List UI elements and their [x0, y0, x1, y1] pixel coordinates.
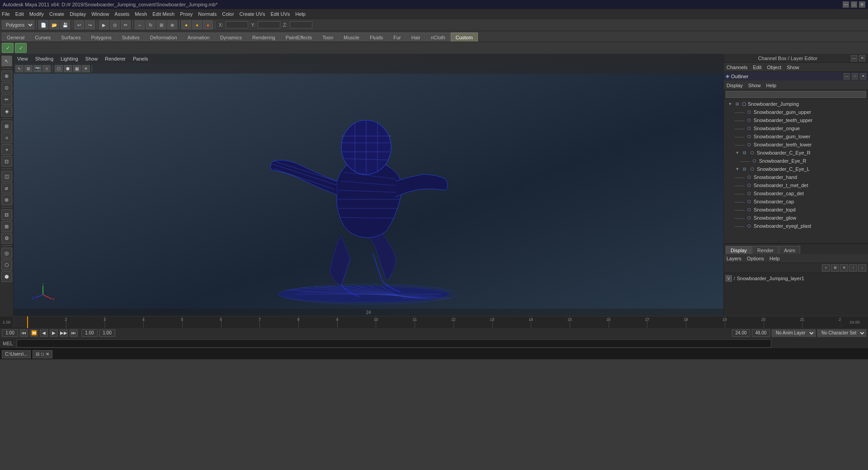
menu-mesh[interactable]: Mesh [135, 11, 147, 17]
tab-toon[interactable]: Toon [317, 33, 338, 42]
z-input[interactable] [290, 21, 312, 28]
menu-edit-uvs[interactable]: Edit UVs [270, 11, 290, 17]
anim-end-input[interactable]: 24.00 [732, 329, 750, 337]
xray-btn[interactable]: ◎ [1, 248, 12, 258]
tab-surfaces[interactable]: Surfaces [56, 33, 85, 42]
menu-proxy[interactable]: Proxy [180, 11, 193, 17]
undo-btn[interactable]: ↩ [74, 20, 84, 29]
select-tool-btn[interactable]: ▶ [99, 20, 109, 29]
vp-frame-all-btn[interactable]: ⊞ [24, 65, 33, 72]
outliner-item-15[interactable]: —— ⬡ Snowboarder_eyegl_plast [724, 222, 868, 230]
layer-visibility-btn[interactable]: V [726, 275, 732, 282]
outliner-menu-help[interactable]: Help [766, 83, 777, 88]
menu-edit[interactable]: Edit [15, 11, 24, 17]
outliner-item-3[interactable]: —— ⬡ Snowboarder_ongue [724, 124, 868, 132]
titlebar-controls[interactable]: — □ ✕ [843, 1, 865, 8]
lasso-mode-btn[interactable]: ⊙ [1, 82, 12, 93]
vp-menu-panels[interactable]: Panels [133, 56, 148, 61]
expand-icon-8[interactable]: ▼ [735, 166, 740, 172]
lasso-select-btn[interactable]: ⌀ [1, 183, 12, 193]
menu-modify[interactable]: Modify [29, 11, 44, 17]
layer-menu-help[interactable]: Help [769, 256, 780, 261]
menu-normals[interactable]: Normals [198, 11, 217, 17]
vp-select-btn[interactable]: ↖ [15, 65, 24, 72]
outliner-item-11[interactable]: —— ⬡ Snowboarder_cap_det [724, 189, 868, 197]
layer-delete-btn[interactable]: ✕ [840, 264, 848, 272]
lasso-tool-btn[interactable]: ⊙ [110, 20, 120, 29]
outliner-item-5[interactable]: —— ⬡ Snowboarder_teeth_lower [724, 141, 868, 149]
outliner-item-root[interactable]: ▼ ⊟ ⬡ Snowboarder_Jumping [724, 100, 868, 108]
show-manipulator-btn[interactable]: ⊞ [1, 121, 12, 132]
timeline-ruler[interactable]: 12345678910111213141516171819202122 [27, 316, 841, 328]
vp-menu-show[interactable]: Show [85, 56, 98, 61]
rotate-tool-btn[interactable]: ↻ [146, 20, 156, 29]
expand-icon-root[interactable]: ▼ [727, 101, 733, 107]
outliner-menu-display[interactable]: Display [726, 83, 743, 88]
menu-display[interactable]: Display [70, 11, 86, 17]
layer-new-btn[interactable]: + [822, 264, 830, 272]
taskbar-restore[interactable]: □ [41, 352, 44, 357]
editor-btn[interactable]: ⊞ [1, 221, 12, 232]
y-input[interactable] [258, 21, 280, 28]
step-back-btn[interactable]: ⏪ [30, 329, 38, 337]
menu-edit-mesh[interactable]: Edit Mesh [152, 11, 175, 17]
tab-deformation[interactable]: Deformation [145, 33, 182, 42]
x-input[interactable] [226, 21, 248, 28]
next-frame-btn[interactable]: ▶▶ [60, 329, 68, 337]
layer-btn[interactable]: ⊟ [1, 209, 12, 220]
layer-tab-display[interactable]: Display [726, 246, 752, 254]
vp-wireframe-btn[interactable]: ⬡ [55, 65, 63, 72]
outliner-item-9[interactable]: —— ⬡ Snowboarder_hand [724, 173, 868, 181]
tab-rendering[interactable]: Rendering [247, 33, 280, 42]
region-select-btn[interactable]: ◫ [1, 171, 12, 182]
outliner-item-13[interactable]: —— ⬡ Snowboarder_topd [724, 206, 868, 214]
prev-frame-btn[interactable]: ◀ [40, 329, 48, 337]
outliner-item-2[interactable]: —— ⬡ Snowboarder_teeth_upper [724, 116, 868, 124]
snap-curve-btn[interactable]: ⌖ [1, 144, 12, 155]
minimize-button[interactable]: — [843, 1, 849, 8]
outliner-item-14[interactable]: —— ⬡ Snowboarder_glow [724, 214, 868, 222]
expand-icon-6[interactable]: ▼ [735, 150, 740, 155]
snap-grid-btn[interactable]: ⌗ [1, 132, 12, 143]
light-btn-1[interactable]: ● [181, 20, 191, 29]
outliner-item-4[interactable]: —— ⬡ Snowboarder_gum_lower [724, 132, 868, 141]
tab-polygons[interactable]: Polygons [86, 33, 116, 42]
current-frame-input[interactable] [2, 329, 18, 337]
cb-menu-show[interactable]: Show [787, 65, 799, 70]
taskbar-maya-btn[interactable]: C:\Users\... [2, 350, 31, 358]
save-scene-btn[interactable]: 💾 [60, 20, 70, 29]
outliner-minimize[interactable]: — [844, 73, 850, 80]
tab-subdivs[interactable]: Subdivs [117, 33, 145, 42]
menu-color[interactable]: Color [222, 11, 234, 17]
tab-fluids[interactable]: Fluids [365, 33, 388, 42]
scale-tool-btn[interactable]: ⊞ [156, 20, 166, 29]
vp-light-btn[interactable]: ☀ [82, 65, 90, 72]
vp-texture-btn[interactable]: ▦ [73, 65, 81, 72]
tab-custom[interactable]: Custom [451, 33, 478, 42]
layer-tab-anim[interactable]: Anim [779, 246, 800, 254]
channel-box-minimize[interactable]: — [851, 55, 857, 61]
tab-dynamics[interactable]: Dynamics [215, 33, 247, 42]
layer-options-btn[interactable]: ⚙ [831, 264, 839, 272]
select-mode-btn[interactable]: ↖ [1, 56, 12, 66]
check-icon-2[interactable]: ✓ [15, 43, 27, 53]
tab-fur[interactable]: Fur [388, 33, 406, 42]
outliner-item-7[interactable]: —— ⬡ Snowboarder_Eye_R [724, 157, 868, 165]
cb-menu-edit[interactable]: Edit [753, 65, 761, 70]
anim-layer-select[interactable]: No Anim Layer [772, 329, 816, 337]
vp-smooth-btn[interactable]: ⬢ [64, 65, 72, 72]
tab-hair[interactable]: Hair [406, 33, 425, 42]
vp-menu-view[interactable]: View [17, 56, 28, 61]
outliner-item-12[interactable]: —— ⬡ Snowboarder_cap [724, 197, 868, 206]
layer-down-btn[interactable]: ↓ [858, 264, 866, 272]
menu-file[interactable]: File [2, 11, 10, 17]
vp-grid-btn[interactable]: ⌗ [42, 65, 51, 72]
range-end-input[interactable]: 48.00 [752, 329, 770, 337]
frame-start-input[interactable]: 1.00 [81, 329, 98, 337]
vp-menu-lighting[interactable]: Lighting [61, 56, 78, 61]
light-btn-3[interactable]: ● [203, 20, 213, 29]
tab-ncloth[interactable]: nCloth [426, 33, 450, 42]
menu-create-uvs[interactable]: Create UVs [240, 11, 265, 17]
cb-menu-object[interactable]: Object [767, 65, 781, 70]
outliner-item-6[interactable]: ▼ ⊟ ⬡ Snowboarder_C_Eye_R [724, 149, 868, 157]
